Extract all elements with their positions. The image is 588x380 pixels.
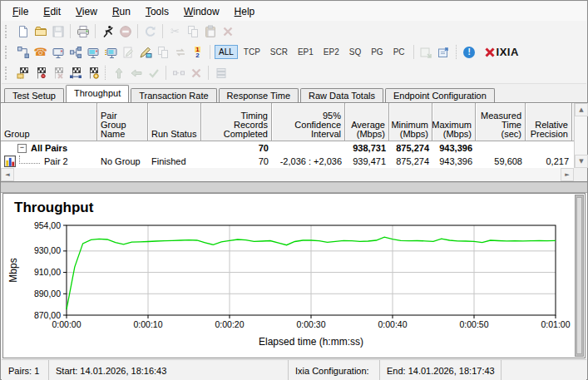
table-horizontal-scrollbar[interactable]: ◄ ► <box>1 168 574 181</box>
delete-icon[interactable] <box>219 23 236 40</box>
throughput-chart-pane: Throughput 0:00:000:00:100:00:200:00:300… <box>2 193 586 358</box>
add-pair-icon[interactable] <box>14 44 32 61</box>
column-header-group[interactable]: Group <box>1 103 97 141</box>
poll-endpoints-icon[interactable] <box>84 65 101 81</box>
column-header-avg[interactable]: Average (Mbps) <box>345 103 389 141</box>
svg-text:Elapsed time (h:mm:ss): Elapsed time (h:mm:ss) <box>259 336 363 348</box>
column-header-max[interactable]: Maximum (Mbps) <box>432 103 476 141</box>
menu-file[interactable]: File <box>5 3 36 20</box>
new-test-icon[interactable] <box>14 23 32 40</box>
horizontal-scroll-track[interactable] <box>14 168 561 181</box>
tree-branch-icon <box>19 155 40 164</box>
row-pair-2[interactable]: Pair 2No GroupFinished70-2,036 : +2,0369… <box>1 155 587 168</box>
collapse-toggle-icon[interactable]: − <box>17 144 27 153</box>
menu-tools[interactable]: Tools <box>138 3 176 20</box>
run-test-icon[interactable] <box>99 23 116 40</box>
pane-splitter[interactable] <box>1 182 587 193</box>
column-header-confidence[interactable]: 95% Confidence Interval <box>272 103 345 141</box>
pair-chart-icon <box>4 153 16 170</box>
scroll-left-icon[interactable]: ◄ <box>1 168 14 181</box>
filter-pg-button[interactable]: PG <box>367 45 387 59</box>
refresh-icon[interactable] <box>141 23 159 40</box>
move-back-icon[interactable] <box>127 65 145 81</box>
filter-sq-button[interactable]: SQ <box>345 45 365 59</box>
menu-edit[interactable]: Edit <box>36 3 68 20</box>
stop-test-icon[interactable] <box>116 23 134 40</box>
link-pairs-icon[interactable] <box>170 65 187 81</box>
paste-icon[interactable] <box>201 23 219 40</box>
filter-ep1-button[interactable]: EP1 <box>294 45 318 59</box>
cell-timing_records: 70 <box>201 143 272 153</box>
discard-results-icon[interactable] <box>49 65 67 81</box>
toolbar-grip[interactable] <box>5 25 11 38</box>
table-vertical-scrollbar[interactable]: ▲ ▼ <box>574 103 587 168</box>
add-hardware-video-pair-icon[interactable] <box>84 44 101 61</box>
toolbar-grip[interactable] <box>5 67 11 80</box>
tab-raw-data-totals[interactable]: Raw Data Totals <box>300 88 383 102</box>
mark-results-icon[interactable] <box>32 65 49 81</box>
chart-scroll-thumb[interactable] <box>576 197 582 354</box>
move-up-icon[interactable] <box>110 65 127 81</box>
add-video-stream-icon[interactable] <box>101 44 119 61</box>
toolbar-separator <box>413 45 414 59</box>
column-header-run_status[interactable]: Run Status <box>148 103 201 141</box>
toolbar-separator <box>166 66 166 80</box>
set-run-order-icon[interactable]: 12 <box>189 44 206 61</box>
unlink-pairs-icon[interactable] <box>187 65 205 81</box>
column-header-pair_group_name[interactable]: Pair Group Name <box>97 103 148 141</box>
column-header-precision[interactable]: Relative Precision <box>526 103 572 141</box>
tab-throughput[interactable]: Throughput <box>66 85 129 102</box>
column-header-min[interactable]: Minimum (Mbps) <box>389 103 432 141</box>
toolbar-separator <box>208 66 209 80</box>
scroll-up-icon[interactable]: ▲ <box>575 103 588 116</box>
add-voip-pair-icon[interactable]: ☎ <box>32 44 49 61</box>
edit-ixia-config-icon[interactable] <box>136 44 154 61</box>
add-multicast-group-icon[interactable] <box>67 44 84 61</box>
toolbar-run <box>2 62 586 84</box>
copy-icon[interactable] <box>184 23 201 40</box>
print-icon[interactable] <box>74 23 91 40</box>
tab-transaction-rate[interactable]: Transaction Rate <box>131 88 216 102</box>
filter-scr-button[interactable]: SCR <box>266 45 292 59</box>
open-results-icon[interactable] <box>14 65 32 81</box>
swap-endpoints-icon[interactable] <box>171 44 189 61</box>
column-header-time[interactable]: Measured Time (sec) <box>476 103 526 141</box>
status-end-time: End: 14.01.2026, 18:17:43 <box>380 360 502 380</box>
filter-ep2-button[interactable]: EP2 <box>319 45 343 59</box>
compare-results-icon[interactable] <box>67 65 84 81</box>
cut-icon[interactable]: ✂ <box>166 23 184 40</box>
table-header-row: GroupPair Group NameRun StatusTiming Rec… <box>1 103 587 141</box>
vertical-scroll-track[interactable] <box>575 116 587 155</box>
tab-response-time[interactable]: Response Time <box>219 88 299 102</box>
edit-pair-icon[interactable] <box>119 44 136 61</box>
menu-view[interactable]: View <box>68 3 105 20</box>
save-test-icon[interactable] <box>49 23 67 40</box>
group-pairs-icon[interactable] <box>212 65 230 81</box>
add-video-pair-icon[interactable] <box>49 44 67 61</box>
chart-vertical-scrollbar[interactable] <box>575 195 584 357</box>
toolbar-separator <box>70 24 71 38</box>
cell-max: 943,396 <box>432 143 476 153</box>
toolbar-separator <box>105 66 106 80</box>
toolbar-grip[interactable] <box>5 46 11 59</box>
tab-endpoint-configuration[interactable]: Endpoint Configuration <box>385 88 495 102</box>
svg-text:870,00: 870,00 <box>34 310 61 320</box>
filter-all-button[interactable]: ALL <box>215 45 238 59</box>
scroll-right-icon[interactable]: ► <box>561 168 574 181</box>
export-test-icon[interactable] <box>435 44 452 61</box>
tab-test-setup[interactable]: Test Setup <box>4 88 64 102</box>
info-icon[interactable]: ! <box>461 44 478 61</box>
scroll-down-icon[interactable]: ▼ <box>575 155 588 168</box>
cell-run_status: Finished <box>148 156 201 166</box>
menu-run[interactable]: Run <box>105 3 138 20</box>
menu-help[interactable]: Help <box>227 3 263 20</box>
open-test-icon[interactable] <box>32 23 49 40</box>
filter-pc-button[interactable]: PC <box>389 45 409 59</box>
menu-window[interactable]: Window <box>176 3 227 20</box>
column-header-timing_records[interactable]: Timing Records Completed <box>201 103 272 141</box>
apply-icon[interactable] <box>145 65 162 81</box>
import-test-icon[interactable] <box>418 44 435 61</box>
duplicate-pair-icon[interactable] <box>154 44 171 61</box>
cell-min: 875,274 <box>389 143 432 153</box>
filter-tcp-button[interactable]: TCP <box>240 45 264 59</box>
